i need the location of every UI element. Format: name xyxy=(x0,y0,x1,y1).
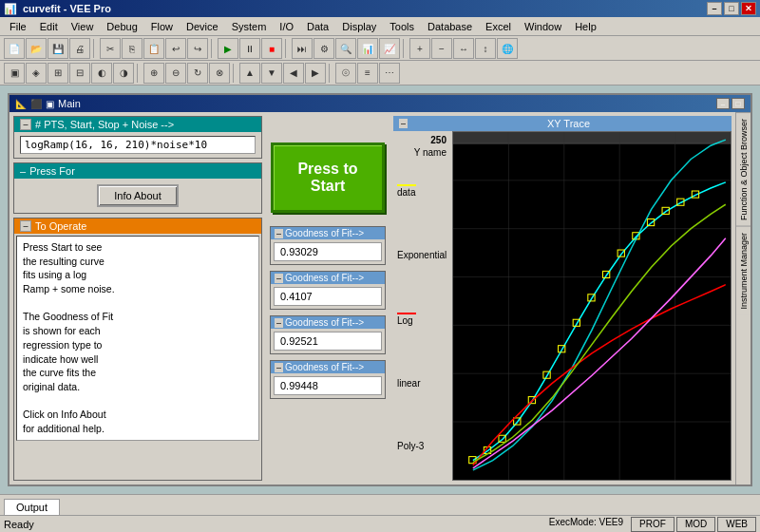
tb-b1[interactable]: ⚙ xyxy=(314,38,334,59)
output-tab[interactable]: Output xyxy=(4,499,60,515)
menu-database[interactable]: Database xyxy=(422,19,478,34)
log-line-indicator xyxy=(397,313,416,314)
tb2-b9[interactable]: ↻ xyxy=(187,63,208,84)
mw-min[interactable]: – xyxy=(716,98,730,109)
menu-device[interactable]: Device xyxy=(180,19,224,34)
tb-step[interactable]: ⏭ xyxy=(292,38,313,59)
chart-title: XY Trace xyxy=(411,118,726,129)
tb2-b6[interactable]: ◑ xyxy=(113,63,134,84)
tb2-b13[interactable]: ◀ xyxy=(283,63,304,84)
tb2-b1[interactable]: ▣ xyxy=(4,63,25,84)
to-operate-collapse-btn[interactable]: – xyxy=(20,220,31,232)
tb2-b14[interactable]: ▶ xyxy=(305,63,326,84)
tb-new[interactable]: 📄 xyxy=(4,38,25,59)
goodness-collapse-2[interactable]: – xyxy=(275,318,283,328)
tb-b7[interactable]: 🌐 xyxy=(497,38,518,59)
press-to-start-button[interactable]: Press to Start xyxy=(271,142,385,213)
close-button[interactable]: ✕ xyxy=(741,2,756,15)
info-about-button[interactable]: Info About xyxy=(97,184,179,207)
window-icon3: ▣ xyxy=(46,99,54,109)
goodness-box-2: – Goodness of Fit--> 0.92521 xyxy=(270,315,386,354)
tb-redo[interactable]: ↪ xyxy=(187,38,208,59)
web-button[interactable]: WEB xyxy=(717,517,756,532)
menu-display[interactable]: Display xyxy=(336,19,382,34)
curve-labels: data Exponential Log linear xyxy=(395,158,450,477)
tb-zoom-in[interactable]: + xyxy=(409,38,430,59)
menu-tools[interactable]: Tools xyxy=(384,19,420,34)
tb2-b8[interactable]: ⊖ xyxy=(165,63,186,84)
tb2-b15[interactable]: ⦾ xyxy=(335,63,356,84)
menu-window[interactable]: Window xyxy=(519,19,567,34)
tb-b3[interactable]: 📊 xyxy=(357,38,378,59)
tb2-b16[interactable]: ≡ xyxy=(357,63,378,84)
log-label-text: Log xyxy=(397,315,413,326)
goodness-value-1: 0.4107 xyxy=(274,287,382,306)
minimize-button[interactable]: – xyxy=(707,2,722,15)
tb-b5[interactable]: ↔ xyxy=(453,38,474,59)
press-for-header-text: Press For xyxy=(29,165,75,177)
tb-print[interactable]: 🖨 xyxy=(69,38,90,59)
instrument-manager-tab[interactable]: Instrument Manager xyxy=(736,226,750,315)
menu-edit[interactable]: Edit xyxy=(34,19,64,34)
menu-system[interactable]: System xyxy=(226,19,273,34)
chart-with-labels: 250 Y name data Exponential xyxy=(393,131,732,481)
pts-panel: – # PTS, Start, Stop + Noise --> logRamp… xyxy=(13,116,262,159)
mod-button[interactable]: MOD xyxy=(676,517,715,532)
tb-run[interactable]: ▶ xyxy=(218,38,238,59)
exponential-label-text: Exponential xyxy=(397,250,446,260)
function-browser-tab[interactable]: Function & Object Browser xyxy=(736,112,750,226)
goodness-collapse-3[interactable]: – xyxy=(275,363,283,372)
prof-button[interactable]: PROF xyxy=(631,517,674,532)
window-icon: 📐 xyxy=(15,99,27,109)
main-window: 📐 ⬛ ▣ Main – □ – # PTS, Start, Stop + No… xyxy=(8,93,752,486)
tb-pause[interactable]: ⏸ xyxy=(239,38,260,59)
chart-svg xyxy=(453,132,731,480)
tb2-b7[interactable]: ⊕ xyxy=(143,63,164,84)
tb2-b11[interactable]: ▲ xyxy=(239,63,260,84)
tb2-b5[interactable]: ◐ xyxy=(91,63,112,84)
menu-flow[interactable]: Flow xyxy=(145,19,179,34)
mw-max[interactable]: □ xyxy=(732,98,745,109)
toolbar-sep-2 xyxy=(211,39,215,58)
tb-save[interactable]: 💾 xyxy=(48,38,68,59)
tb-b6[interactable]: ↕ xyxy=(475,38,496,59)
goodness-collapse-0[interactable]: – xyxy=(275,229,283,238)
tb-stop[interactable]: ■ xyxy=(261,38,282,59)
goodness-value-3: 0.99448 xyxy=(274,376,382,395)
goodness-header-1: – Goodness of Fit--> xyxy=(271,272,385,284)
tb2-b12[interactable]: ▼ xyxy=(261,63,282,84)
tb-cut[interactable]: ✂ xyxy=(100,38,121,59)
press-for-header: – Press For xyxy=(14,163,261,179)
pts-collapse-btn[interactable]: – xyxy=(20,119,31,130)
tb-zoom-out[interactable]: − xyxy=(431,38,452,59)
tb2-b4[interactable]: ⊟ xyxy=(69,63,90,84)
maximize-button[interactable]: □ xyxy=(724,2,739,15)
tb2-b2[interactable]: ◈ xyxy=(26,63,47,84)
menu-view[interactable]: View xyxy=(66,19,100,34)
y-name-label: Y name xyxy=(395,147,450,158)
tb-open[interactable]: 📂 xyxy=(26,38,47,59)
tb2-b10[interactable]: ⊗ xyxy=(209,63,230,84)
tb-undo[interactable]: ↩ xyxy=(165,38,186,59)
tb-copy[interactable]: ⎘ xyxy=(122,38,142,59)
menu-io[interactable]: I/O xyxy=(274,19,299,34)
menu-excel[interactable]: Excel xyxy=(480,19,517,34)
content-area: – # PTS, Start, Stop + Noise --> logRamp… xyxy=(10,112,750,484)
exec-mode-label: ExecMode: VEE9 xyxy=(549,517,623,532)
chart-collapse-btn[interactable]: – xyxy=(399,119,408,128)
tb-b2[interactable]: 🔍 xyxy=(335,38,356,59)
tb2-b3[interactable]: ⊞ xyxy=(48,63,68,84)
tb-paste[interactable]: 📋 xyxy=(143,38,164,59)
menu-data[interactable]: Data xyxy=(301,19,334,34)
formula-display: logRamp(16, 16, 210)*noise*10 xyxy=(20,136,256,154)
toolbar-1: 📄 📂 💾 🖨 ✂ ⎘ 📋 ↩ ↪ ▶ ⏸ ■ ⏭ ⚙ 🔍 📊 📈 + − ↔ … xyxy=(0,36,760,61)
goodness-header-2: – Goodness of Fit--> xyxy=(271,316,385,329)
press-for-collapse-btn[interactable]: – xyxy=(20,165,26,177)
toolbar-sep-3 xyxy=(285,39,289,58)
menu-file[interactable]: File xyxy=(4,19,32,34)
menu-debug[interactable]: Debug xyxy=(101,19,142,34)
menu-help[interactable]: Help xyxy=(569,19,602,34)
tb2-b17[interactable]: ⋯ xyxy=(379,63,400,84)
tb-b4[interactable]: 📈 xyxy=(379,38,400,59)
goodness-collapse-1[interactable]: – xyxy=(275,274,283,283)
